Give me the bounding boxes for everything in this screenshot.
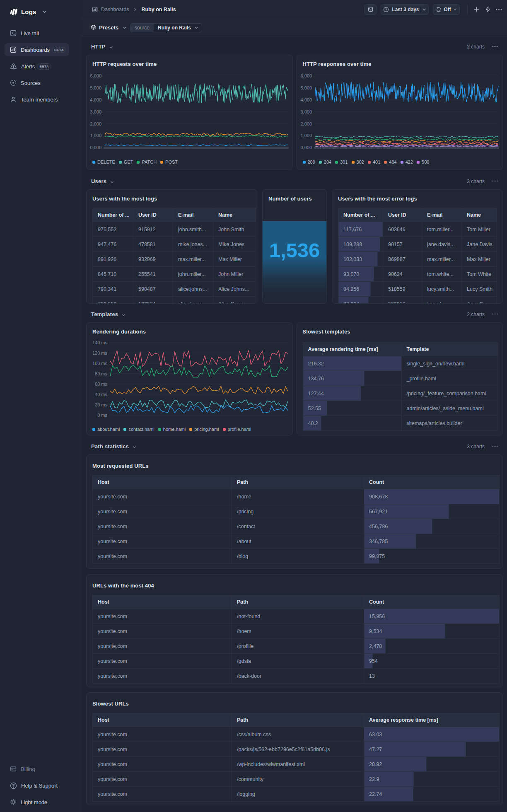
svg-text:20 ms: 20 ms: [95, 402, 107, 407]
svg-text:0 ms: 0 ms: [97, 413, 107, 418]
svg-text:3,000: 3,000: [90, 109, 101, 114]
svg-text:4,000: 4,000: [300, 97, 312, 102]
svg-text:5,000: 5,000: [300, 85, 312, 90]
svg-text:80 ms: 80 ms: [95, 371, 107, 376]
svg-text:1,000: 1,000: [300, 133, 312, 138]
svg-text:6,000: 6,000: [300, 73, 312, 78]
svg-text:6,000: 6,000: [90, 73, 101, 78]
svg-text:140 ms: 140 ms: [92, 340, 108, 345]
svg-text:120 ms: 120 ms: [92, 350, 108, 355]
svg-text:2,000: 2,000: [90, 121, 101, 126]
svg-text:40 ms: 40 ms: [95, 392, 107, 397]
svg-text:1,000: 1,000: [90, 133, 101, 138]
svg-text:0,000: 0,000: [90, 145, 101, 150]
svg-text:4,000: 4,000: [90, 97, 101, 102]
svg-text:3,000: 3,000: [300, 109, 312, 114]
svg-text:0,000: 0,000: [300, 145, 312, 150]
svg-text:100 ms: 100 ms: [92, 361, 108, 366]
svg-text:2,000: 2,000: [300, 121, 312, 126]
svg-text:60 ms: 60 ms: [95, 382, 107, 387]
svg-text:5,000: 5,000: [90, 85, 101, 90]
